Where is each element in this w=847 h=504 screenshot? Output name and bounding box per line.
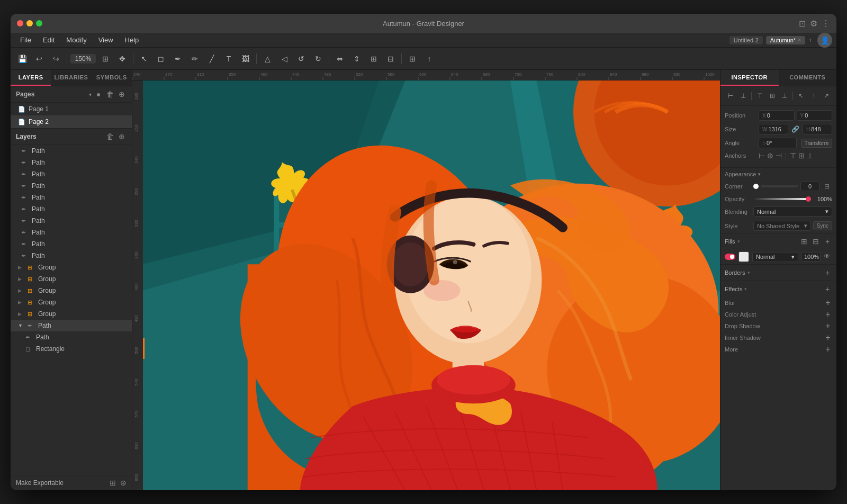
distribute-v[interactable]: ⇕ xyxy=(349,51,364,66)
save-btn[interactable]: 💾 xyxy=(15,51,30,66)
minimize-button[interactable] xyxy=(26,20,33,26)
corner-slider[interactable] xyxy=(761,185,798,187)
fills-header[interactable]: Fills ▾ ⊞ ⊟ + xyxy=(720,233,836,249)
expand-icon-path[interactable]: ▼ xyxy=(18,323,24,328)
image-tool[interactable]: 🖼 xyxy=(238,51,253,66)
sync-button[interactable]: Sync xyxy=(813,221,832,230)
layer-path-8[interactable]: ✒ Path xyxy=(11,227,132,238)
layer-group-2[interactable]: ▶ ⊞ Group xyxy=(11,273,132,285)
anchor-right-btn[interactable]: ⊣ xyxy=(776,151,782,160)
layer-path-group[interactable]: ▼ ✒ Path xyxy=(11,320,132,331)
align-bottom-btn[interactable]: ⊥ xyxy=(779,89,790,102)
fills-add-btn[interactable]: + xyxy=(823,237,832,246)
expand-icon-3[interactable]: ▶ xyxy=(18,288,24,293)
anchor-h-btn[interactable]: ⊕ xyxy=(767,151,773,160)
borders-header[interactable]: Borders ▾ + xyxy=(720,264,836,281)
export-btn[interactable]: ↑ xyxy=(422,51,437,66)
align-tl-btn[interactable]: ↖ xyxy=(795,89,807,102)
layer-group-3[interactable]: ▶ ⊞ Group xyxy=(11,285,132,296)
corner-value[interactable]: 0 xyxy=(800,182,819,191)
more-icon[interactable]: ⋮ xyxy=(822,19,830,29)
layer-path-1[interactable]: ✒ Path xyxy=(11,145,132,157)
fill-opacity[interactable]: 100% xyxy=(801,252,821,262)
opacity-slider[interactable] xyxy=(753,198,811,200)
inner-shadow-add-btn[interactable]: + xyxy=(824,334,832,342)
expand-icon-5[interactable]: ▶ xyxy=(18,311,24,317)
fill-visibility-btn[interactable]: 👁 xyxy=(824,253,832,261)
grid-btn[interactable]: ⊞ xyxy=(405,51,420,66)
anchor-bottom-btn[interactable]: ⊥ xyxy=(807,151,813,160)
tab-symbols[interactable]: SYMBOLS xyxy=(92,70,132,86)
page-item-2[interactable]: 📄 Page 2 xyxy=(11,115,132,128)
expand-icon-4[interactable]: ▶ xyxy=(18,300,24,305)
layer-path-10[interactable]: ✒ Path xyxy=(11,250,132,262)
pencil-tool[interactable]: ✏ xyxy=(187,51,202,66)
align-center-h-btn[interactable]: ⊥ xyxy=(737,89,749,102)
layer-path-3[interactable]: ✒ Path xyxy=(11,168,132,180)
blending-select[interactable]: Normal ▾ xyxy=(753,206,832,217)
appearance-section[interactable]: Appearance ▾ xyxy=(720,168,836,179)
style-select[interactable]: No Shared Style ▾ xyxy=(753,221,811,231)
layer-path-9[interactable]: ✒ Path xyxy=(11,238,132,250)
layer-path-4[interactable]: ✒ Path xyxy=(11,180,132,192)
tab-libraries[interactable]: LIBRARIES xyxy=(51,70,91,86)
menu-modify[interactable]: Modify xyxy=(61,35,92,45)
align-tc-btn[interactable]: ↑ xyxy=(808,89,819,102)
doc-tab-add[interactable]: + xyxy=(808,37,812,44)
select-tool[interactable]: ↖ xyxy=(137,51,151,66)
puzzle-icon[interactable]: ⚙ xyxy=(810,19,817,29)
align-r[interactable]: ⊟ xyxy=(383,51,398,66)
angle-field[interactable]: ○ 0° xyxy=(759,138,797,148)
align-l[interactable]: ⊞ xyxy=(366,51,381,66)
layer-group-4[interactable]: ▶ ⊞ Group xyxy=(11,296,132,308)
tab-layers[interactable]: LAYERS xyxy=(11,70,51,86)
blur-add-btn[interactable]: + xyxy=(824,299,832,307)
menu-edit[interactable]: Edit xyxy=(38,35,60,45)
text-tool[interactable]: T xyxy=(221,51,236,66)
tab-inspector[interactable]: INSPECTOR xyxy=(720,70,779,86)
pages-add-btn[interactable]: ⊕ xyxy=(117,89,127,99)
canvas-content[interactable] xyxy=(143,80,720,490)
redo-btn[interactable]: ↪ xyxy=(49,51,64,66)
move-tool[interactable]: ✥ xyxy=(115,51,130,66)
rotate-cw[interactable]: ↻ xyxy=(311,51,326,66)
tab-comments[interactable]: COMMENTS xyxy=(779,70,837,86)
fills-copy-btn[interactable]: ⊞ xyxy=(799,237,809,246)
expand-icon-1[interactable]: ▶ xyxy=(18,265,24,270)
layer-group-1[interactable]: ▶ ⊞ Group xyxy=(11,262,132,273)
drop-shadow-add-btn[interactable]: + xyxy=(824,322,832,330)
undo-btn[interactable]: ↩ xyxy=(32,51,47,66)
user-avatar[interactable]: 👤 xyxy=(817,33,832,48)
layer-group-5[interactable]: ▶ ⊞ Group xyxy=(11,308,132,320)
layer-path-6[interactable]: ✒ Path xyxy=(11,203,132,215)
pages-delete-btn[interactable]: 🗑 xyxy=(105,89,115,99)
page-item-1[interactable]: 📄 Page 1 xyxy=(11,103,132,115)
doc-tab-untitled[interactable]: Untitled-2 xyxy=(729,36,763,44)
fill-type-select[interactable]: Normal ▾ xyxy=(752,252,798,262)
exportable-icon-2[interactable]: ⊕ xyxy=(120,479,127,487)
layers-add-btn[interactable]: ⊕ xyxy=(117,132,127,141)
layer-path-child[interactable]: ✒ Path xyxy=(11,331,132,343)
menu-view[interactable]: View xyxy=(93,35,119,45)
maximize-button[interactable] xyxy=(36,20,42,26)
align-top-btn[interactable]: ⊤ xyxy=(754,89,765,102)
boolean-sub[interactable]: ◁ xyxy=(277,51,292,66)
menu-file[interactable]: File xyxy=(15,35,37,45)
distribute-h[interactable]: ⇔ xyxy=(332,51,347,66)
layer-path-5[interactable]: ✒ Path xyxy=(11,192,132,203)
align-center-v-btn[interactable]: ⊞ xyxy=(767,89,778,102)
position-x-field[interactable]: X 0 xyxy=(759,110,795,121)
anchor-v-btn[interactable]: ⊞ xyxy=(798,151,805,160)
lock-btn[interactable]: 🔗 xyxy=(790,124,800,134)
expand-icon-2[interactable]: ▶ xyxy=(18,276,24,282)
boolean-unite[interactable]: △ xyxy=(260,51,275,66)
exportable-icon-1[interactable]: ⊞ xyxy=(110,479,116,487)
window-icon[interactable]: ⊡ xyxy=(799,19,806,29)
position-y-field[interactable]: Y 0 xyxy=(797,110,833,121)
effects-header[interactable]: Effects ▾ + xyxy=(720,281,836,297)
effects-add-btn[interactable]: + xyxy=(823,284,832,294)
menu-help[interactable]: Help xyxy=(120,35,145,45)
pages-visibility-btn[interactable]: ● xyxy=(94,89,103,99)
align-left-btn[interactable]: ⊢ xyxy=(725,89,736,102)
zoom-level[interactable]: 150% xyxy=(70,54,96,64)
